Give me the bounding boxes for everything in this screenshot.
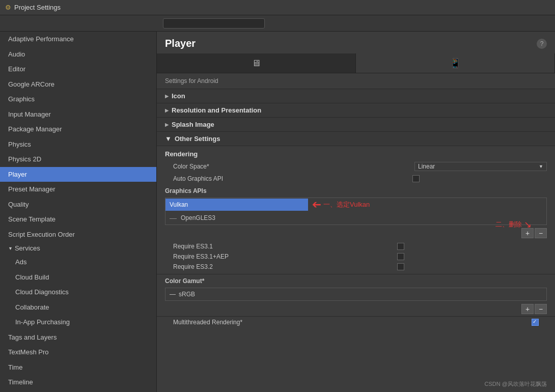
require-es31-row: Require ES3.1 [157, 241, 555, 251]
sidebar-item-textmesh-pro[interactable]: TextMesh Pro [0, 345, 156, 360]
sidebar-item-preset-manager[interactable]: Preset Manager [0, 182, 156, 197]
section-splash[interactable]: ▶ Splash Image [157, 118, 555, 132]
color-space-label: Color Space* [165, 163, 414, 170]
dash-icon: — [170, 214, 177, 222]
remove-api-button[interactable]: − [535, 228, 547, 238]
sidebar: Adaptive PerformanceAudioEditorGoogle AR… [0, 32, 157, 392]
tab-desktop[interactable]: 🖥 [157, 53, 356, 73]
content-header: Player ? [157, 32, 555, 53]
multithreaded-rendering-checkbox[interactable] [532, 319, 539, 326]
sidebar-item-label: Services [15, 244, 40, 252]
arrow-icon: ▶ [165, 122, 169, 127]
help-icon[interactable]: ? [537, 39, 547, 49]
gamut-buttons: + − [157, 303, 555, 316]
sidebar-item-script-execution-order[interactable]: Script Execution Order [0, 227, 156, 242]
require-es32-label: Require ES3.2 [165, 263, 397, 270]
section-other-settings[interactable]: ▼ Other Settings [157, 132, 555, 146]
sidebar-item-physics-2d[interactable]: Physics 2D [0, 152, 156, 167]
api-list: Vulkan ➔ 一、选定Vulkan — OpenGLES3 [165, 198, 547, 225]
rendering-title: Rendering [157, 146, 555, 160]
sidebar-item-physics[interactable]: Physics [0, 137, 156, 152]
sidebar-item-ads[interactable]: Ads [0, 255, 156, 270]
multithreaded-rendering-label: Multithreaded Rendering* [165, 319, 532, 326]
chevron-down-icon: ▼ [8, 246, 13, 251]
platform-tabs: 🖥 📱 [157, 53, 555, 73]
sidebar-item-input-manager[interactable]: Input Manager [0, 107, 156, 122]
multithreaded-rendering-row: Multithreaded Rendering* [157, 316, 555, 328]
sidebar-item-audio[interactable]: Audio [0, 47, 156, 62]
gear-icon: ⚙ [5, 4, 11, 11]
sidebar-item-adaptive-performance[interactable]: Adaptive Performance [0, 32, 156, 47]
vulkan-annotation-text: 一、选定Vulkan [323, 200, 370, 209]
section-splash-label: Splash Image [172, 121, 214, 128]
color-gamut-label: Color Gamut* [157, 274, 555, 288]
vulkan-label: Vulkan [170, 201, 304, 208]
sidebar-item-editor[interactable]: Editor [0, 62, 156, 77]
dropdown-arrow-icon: ▼ [539, 164, 543, 169]
sidebar-item-cloud-build[interactable]: Cloud Build [0, 270, 156, 285]
add-api-button[interactable]: + [521, 228, 534, 238]
section-icon-label: Icon [172, 92, 185, 100]
page-title: Player [165, 38, 196, 49]
vulkan-annotation: ➔ 一、选定Vulkan [308, 198, 374, 211]
main-layout: Adaptive PerformanceAudioEditorGoogle AR… [0, 32, 555, 392]
require-es31-label: Require ES3.1 [165, 243, 397, 250]
dash-icon: — [170, 291, 176, 298]
tab-android[interactable]: 📱 [356, 53, 555, 73]
sidebar-item-collaborate[interactable]: Collaborate [0, 300, 156, 315]
require-es32-checkbox[interactable] [397, 263, 404, 270]
color-space-value: Linear [418, 163, 435, 170]
search-input[interactable] [163, 18, 265, 29]
sidebar-item-cloud-diagnostics[interactable]: Cloud Diagnostics [0, 285, 156, 300]
add-gamut-button[interactable]: + [521, 304, 534, 314]
remove-api-container: − 二、删除 ↘ [535, 228, 547, 238]
require-es31-checkbox[interactable] [397, 243, 404, 250]
opengles3-label: OpenGLES3 [181, 214, 542, 221]
arrow-right-icon: ➔ [312, 198, 321, 211]
api-buttons-row: + − 二、删除 ↘ [157, 227, 555, 239]
section-icon[interactable]: ▶ Icon [157, 89, 555, 103]
gamut-list: — sRGB [165, 288, 547, 301]
section-resolution[interactable]: ▶ Resolution and Presentation [157, 103, 555, 118]
graphics-apis-container: Vulkan ➔ 一、选定Vulkan — OpenGLES3 [157, 198, 555, 227]
title-bar: ⚙ Project Settings [0, 0, 555, 15]
srgb-label: sRGB [179, 291, 195, 298]
auto-graphics-label: Auto Graphics API [165, 175, 412, 182]
search-bar [0, 15, 555, 32]
sidebar-item-google-arcore[interactable]: Google ARCore [0, 77, 156, 92]
api-item-opengles3[interactable]: — OpenGLES3 [165, 211, 546, 225]
section-other-settings-label: Other Settings [175, 135, 220, 143]
sidebar-item-time[interactable]: Time [0, 360, 156, 375]
vulkan-row-container: Vulkan ➔ 一、选定Vulkan [165, 198, 546, 211]
color-space-row: Color Space* Linear ▼ [157, 160, 555, 173]
arrow-down-icon: ▼ [165, 135, 172, 143]
sidebar-item-timeline[interactable]: Timeline [0, 375, 156, 390]
sidebar-item-tags-and-layers[interactable]: Tags and Layers [0, 330, 156, 345]
gamut-item-srgb[interactable]: — sRGB [165, 288, 546, 300]
api-item-vulkan[interactable]: Vulkan [165, 199, 308, 211]
arrow-icon: ▶ [165, 94, 169, 99]
sidebar-item-graphics[interactable]: Graphics [0, 92, 156, 107]
sidebar-item-package-manager[interactable]: Package Manager [0, 122, 156, 137]
require-es31aep-label: Require ES3.1+AEP [165, 253, 397, 260]
auto-graphics-row: Auto Graphics API [157, 173, 555, 184]
content-area: Player ? 🖥 📱 Settings for Android ▶ Icon… [157, 32, 555, 392]
settings-platform-label: Settings for Android [157, 73, 555, 89]
require-es31aep-checkbox[interactable] [397, 253, 404, 260]
window-title: Project Settings [14, 4, 61, 11]
sidebar-item-player[interactable]: Player [0, 167, 156, 182]
require-es31aep-row: Require ES3.1+AEP [157, 251, 555, 262]
sidebar-group-services[interactable]: ▼Services [0, 242, 156, 255]
remove-gamut-button[interactable]: − [535, 304, 547, 314]
graphics-apis-label: Graphics APIs [157, 184, 555, 198]
watermark: CSDN @风吹落叶花飘荡 [485, 380, 547, 388]
color-space-dropdown[interactable]: Linear ▼ [414, 162, 547, 171]
sidebar-item-quality[interactable]: Quality [0, 197, 156, 212]
section-resolution-label: Resolution and Presentation [172, 106, 261, 114]
arrow-icon: ▶ [165, 108, 169, 113]
sidebar-item-in-app-purchasing[interactable]: In-App Purchasing [0, 315, 156, 330]
sidebar-group-version-control[interactable]: ▼Version Control [0, 390, 156, 393]
sidebar-item-scene-template[interactable]: Scene Template [0, 212, 156, 227]
require-es32-row: Require ES3.2 [157, 262, 555, 272]
auto-graphics-checkbox[interactable] [412, 175, 420, 182]
